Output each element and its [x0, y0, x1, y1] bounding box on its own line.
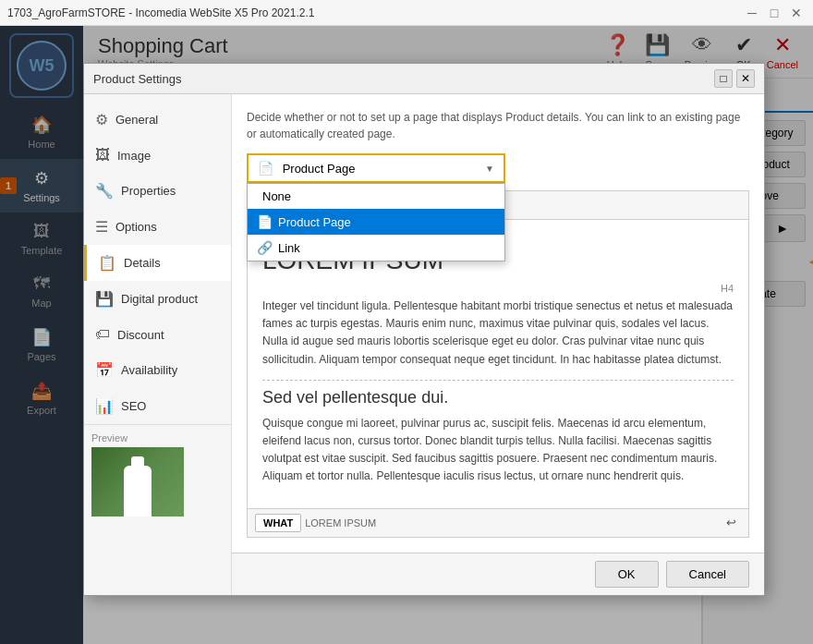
dropdown-selected-icon: 📄: [258, 161, 273, 176]
digital-icon: 💾: [95, 290, 114, 308]
dashed-divider: [262, 380, 734, 381]
modal-preview: Preview: [84, 424, 231, 524]
dropdown-option-link[interactable]: 🔗 Link: [248, 235, 504, 261]
product-page-icon: 📄: [257, 214, 273, 229]
modal-nav-seo[interactable]: 📊 SEO: [84, 388, 231, 424]
product-page-dropdown: 📄 Product Page ▼ None: [247, 153, 505, 183]
editor-settings-button[interactable]: ↩: [721, 513, 741, 533]
dropdown-option-product-page[interactable]: 📄 Product Page: [248, 209, 504, 235]
modal-nav-digital[interactable]: 💾 Digital product: [84, 281, 231, 317]
preview-thumbnail: [91, 447, 184, 516]
product-settings-modal: Product Settings □ ✕ ⚙ General 🖼 Image 🔧: [83, 63, 765, 596]
modal-nav-general[interactable]: ⚙ General: [84, 102, 231, 138]
close-window-button[interactable]: ✕: [787, 4, 806, 22]
minimize-button[interactable]: ─: [743, 4, 761, 22]
preview-image: [91, 447, 184, 516]
milk-bottle-image: [124, 466, 152, 516]
modal-nav-discount[interactable]: 🏷 Discount: [84, 317, 231, 352]
modal-close-button[interactable]: ✕: [736, 69, 755, 88]
modal-sidebar: ⚙ General 🖼 Image 🔧 Properties ☰ Options…: [84, 94, 232, 595]
modal-nav-details[interactable]: 📋 Details: [84, 245, 231, 281]
tab-what[interactable]: WHAT: [255, 514, 301, 532]
modal-overlay: Product Settings □ ✕ ⚙ General 🖼 Image 🔧: [0, 26, 813, 644]
title-bar: 1703_AgroFarmSTORE - Incomedia WebSite X…: [0, 0, 813, 26]
modal-title: Product Settings: [93, 72, 181, 86]
dropdown-option-none[interactable]: None: [248, 184, 504, 209]
modal-nav-options[interactable]: ☰ Options: [84, 209, 231, 245]
availability-icon: 📅: [95, 361, 114, 379]
option-label: Link: [278, 241, 300, 255]
editor-bottom-bar: WHAT LOREM IPSUM ↩: [248, 508, 748, 537]
nav-label: Digital product: [121, 292, 198, 306]
nav-label: Details: [124, 256, 161, 270]
options-icon: ☰: [95, 218, 108, 236]
nav-label: Options: [115, 220, 157, 234]
h4-label: H4: [262, 283, 734, 294]
option-label: None: [262, 189, 291, 203]
modal-nav-properties[interactable]: 🔧 Properties: [84, 173, 231, 209]
tab-content-label: LOREM IPSUM: [305, 517, 376, 529]
modal-controls: □ ✕: [714, 69, 755, 88]
app-title: 1703_AgroFarmSTORE - Incomedia WebSite X…: [7, 6, 314, 19]
modal-maximize-button[interactable]: □: [714, 69, 733, 88]
modal-body: ⚙ General 🖼 Image 🔧 Properties ☰ Options…: [84, 94, 764, 595]
dropdown-list: None 📄 Product Page 🔗 Link: [247, 183, 505, 261]
editor-paragraph2: Quisque congue mi laoreet, pulvinar puru…: [262, 415, 734, 486]
modal-nav-availability[interactable]: 📅 Availability: [84, 352, 231, 388]
option-label: Product Page: [278, 215, 351, 229]
modal-ok-button[interactable]: OK: [595, 561, 659, 588]
modal-footer: OK Cancel: [232, 553, 764, 595]
modal-nav-image[interactable]: 🖼 Image: [84, 138, 231, 173]
seo-icon: 📊: [95, 397, 114, 415]
image-icon: 🖼: [95, 147, 110, 164]
maximize-button[interactable]: □: [765, 4, 783, 22]
editor-body[interactable]: DAILY FRESH LOREM IPSUM H4 Integer vel t…: [248, 220, 748, 508]
link-icon: 🔗: [257, 240, 273, 255]
properties-icon: 🔧: [95, 182, 114, 200]
chevron-down-icon: ▼: [485, 164, 494, 174]
editor-subheading: Sed vel pellentesque dui.: [262, 388, 734, 407]
dropdown-selected-value: Product Page: [283, 162, 356, 176]
nav-label: Properties: [121, 184, 176, 198]
window-controls: ─ □ ✕: [743, 4, 806, 22]
modal-titlebar: Product Settings □ ✕: [84, 64, 764, 94]
nav-label: Availability: [121, 363, 177, 377]
editor-paragraph1: Integer vel tincidunt ligula. Pellentesq…: [262, 298, 734, 369]
dropdown-selected[interactable]: 📄 Product Page ▼: [247, 153, 505, 183]
modal-content: Decide whether or not to set up a page t…: [232, 94, 764, 595]
modal-main: Decide whether or not to set up a page t…: [232, 94, 764, 553]
nav-label: General: [115, 113, 158, 127]
details-icon: 📋: [98, 254, 116, 272]
nav-label: Discount: [117, 328, 164, 342]
nav-label: Image: [117, 149, 151, 163]
nav-label: SEO: [121, 399, 146, 413]
discount-icon: 🏷: [95, 326, 110, 343]
modal-description: Decide whether or not to set up a page t…: [247, 109, 749, 142]
general-icon: ⚙: [95, 111, 108, 128]
modal-cancel-button[interactable]: Cancel: [666, 561, 749, 588]
preview-label: Preview: [91, 432, 224, 444]
